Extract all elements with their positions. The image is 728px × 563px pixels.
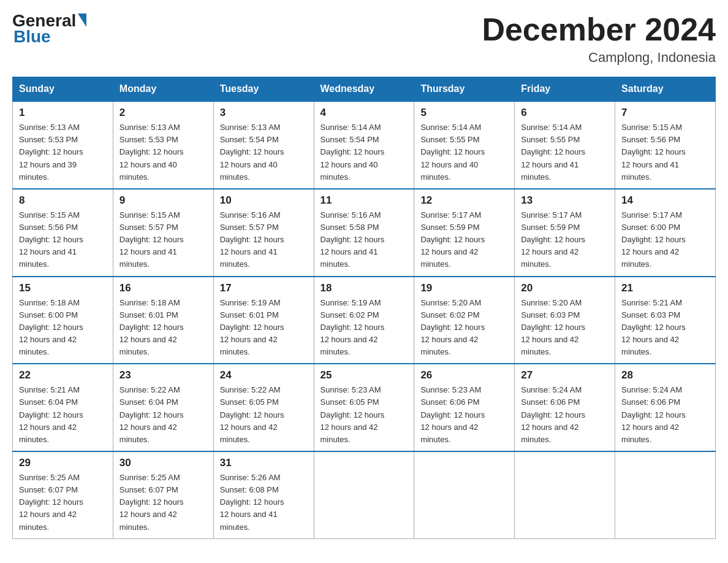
day-info: Sunrise: 5:14 AMSunset: 5:54 PMDaylight:…: [320, 121, 408, 183]
day-number: 26: [420, 369, 508, 381]
calendar-cell: 19Sunrise: 5:20 AMSunset: 6:02 PMDayligh…: [414, 277, 515, 364]
logo-triangle-icon: [78, 13, 86, 27]
calendar-cell: 17Sunrise: 5:19 AMSunset: 6:01 PMDayligh…: [213, 277, 314, 364]
week-row-1: 1Sunrise: 5:13 AMSunset: 5:53 PMDaylight…: [13, 101, 716, 189]
calendar-header-saturday: Saturday: [615, 77, 716, 102]
day-number: 20: [521, 282, 609, 294]
calendar-cell: 23Sunrise: 5:22 AMSunset: 6:04 PMDayligh…: [113, 364, 213, 451]
day-info: Sunrise: 5:18 AMSunset: 6:01 PMDaylight:…: [119, 297, 207, 359]
day-info: Sunrise: 5:22 AMSunset: 6:04 PMDaylight:…: [119, 384, 207, 446]
day-info: Sunrise: 5:26 AMSunset: 6:08 PMDaylight:…: [220, 472, 308, 534]
day-number: 12: [420, 194, 508, 207]
calendar-cell: 15Sunrise: 5:18 AMSunset: 6:00 PMDayligh…: [13, 277, 113, 364]
day-info: Sunrise: 5:17 AMSunset: 5:59 PMDaylight:…: [420, 209, 508, 271]
day-info: Sunrise: 5:14 AMSunset: 5:55 PMDaylight:…: [521, 121, 609, 183]
calendar-cell: [314, 451, 414, 538]
day-number: 9: [119, 194, 207, 207]
day-number: 22: [19, 369, 107, 381]
day-number: 29: [19, 457, 107, 469]
day-info: Sunrise: 5:17 AMSunset: 6:00 PMDaylight:…: [621, 209, 709, 271]
day-info: Sunrise: 5:14 AMSunset: 5:55 PMDaylight:…: [420, 121, 508, 183]
day-number: 18: [320, 282, 408, 294]
calendar-cell: 5Sunrise: 5:14 AMSunset: 5:55 PMDaylight…: [414, 101, 515, 189]
calendar-header-wednesday: Wednesday: [314, 77, 414, 102]
calendar-cell: 25Sunrise: 5:23 AMSunset: 6:05 PMDayligh…: [314, 364, 414, 451]
day-info: Sunrise: 5:16 AMSunset: 5:58 PMDaylight:…: [320, 209, 408, 271]
calendar-cell: 8Sunrise: 5:15 AMSunset: 5:56 PMDaylight…: [13, 189, 113, 277]
day-number: 13: [521, 194, 609, 207]
day-info: Sunrise: 5:21 AMSunset: 6:03 PMDaylight:…: [621, 297, 709, 359]
calendar-header-tuesday: Tuesday: [213, 77, 314, 102]
calendar-cell: [615, 451, 716, 538]
day-number: 1: [19, 107, 107, 119]
day-info: Sunrise: 5:20 AMSunset: 6:03 PMDaylight:…: [521, 297, 609, 359]
calendar-cell: 10Sunrise: 5:16 AMSunset: 5:57 PMDayligh…: [213, 189, 314, 277]
day-number: 23: [119, 369, 207, 381]
day-info: Sunrise: 5:19 AMSunset: 6:01 PMDaylight:…: [220, 297, 308, 359]
calendar-table: SundayMondayTuesdayWednesdayThursdayFrid…: [12, 77, 716, 539]
day-info: Sunrise: 5:23 AMSunset: 6:06 PMDaylight:…: [420, 384, 508, 446]
calendar-cell: 4Sunrise: 5:14 AMSunset: 5:54 PMDaylight…: [314, 101, 414, 189]
day-number: 4: [320, 107, 408, 119]
calendar-cell: 27Sunrise: 5:24 AMSunset: 6:06 PMDayligh…: [515, 364, 615, 451]
day-number: 31: [220, 457, 308, 469]
calendar-cell: 7Sunrise: 5:15 AMSunset: 5:56 PMDaylight…: [615, 101, 716, 189]
calendar-cell: 26Sunrise: 5:23 AMSunset: 6:06 PMDayligh…: [414, 364, 515, 451]
calendar-header-friday: Friday: [515, 77, 615, 102]
day-number: 11: [320, 194, 408, 207]
day-info: Sunrise: 5:18 AMSunset: 6:00 PMDaylight:…: [19, 297, 107, 359]
week-row-4: 22Sunrise: 5:21 AMSunset: 6:04 PMDayligh…: [13, 364, 716, 451]
week-row-2: 8Sunrise: 5:15 AMSunset: 5:56 PMDaylight…: [13, 189, 716, 277]
calendar-header-sunday: Sunday: [13, 77, 113, 102]
day-number: 30: [119, 457, 207, 469]
day-info: Sunrise: 5:20 AMSunset: 6:02 PMDaylight:…: [420, 297, 508, 359]
day-info: Sunrise: 5:16 AMSunset: 5:57 PMDaylight:…: [220, 209, 308, 271]
calendar-cell: [414, 451, 515, 538]
calendar-cell: 22Sunrise: 5:21 AMSunset: 6:04 PMDayligh…: [13, 364, 113, 451]
day-number: 6: [521, 107, 609, 119]
day-info: Sunrise: 5:15 AMSunset: 5:56 PMDaylight:…: [621, 121, 709, 183]
day-info: Sunrise: 5:17 AMSunset: 5:59 PMDaylight:…: [521, 209, 609, 271]
day-number: 7: [621, 107, 709, 119]
calendar-header-monday: Monday: [113, 77, 213, 102]
calendar-cell: 1Sunrise: 5:13 AMSunset: 5:53 PMDaylight…: [13, 101, 113, 189]
calendar-cell: 24Sunrise: 5:22 AMSunset: 6:05 PMDayligh…: [213, 364, 314, 451]
calendar-cell: 13Sunrise: 5:17 AMSunset: 5:59 PMDayligh…: [515, 189, 615, 277]
calendar-cell: 9Sunrise: 5:15 AMSunset: 5:57 PMDaylight…: [113, 189, 213, 277]
day-info: Sunrise: 5:25 AMSunset: 6:07 PMDaylight:…: [119, 472, 207, 534]
week-row-3: 15Sunrise: 5:18 AMSunset: 6:00 PMDayligh…: [13, 277, 716, 364]
day-info: Sunrise: 5:22 AMSunset: 6:05 PMDaylight:…: [220, 384, 308, 446]
day-number: 24: [220, 369, 308, 381]
logo: General Blue: [12, 12, 86, 47]
calendar-cell: 29Sunrise: 5:25 AMSunset: 6:07 PMDayligh…: [13, 451, 113, 538]
calendar-cell: 21Sunrise: 5:21 AMSunset: 6:03 PMDayligh…: [615, 277, 716, 364]
calendar-cell: 3Sunrise: 5:13 AMSunset: 5:54 PMDaylight…: [213, 101, 314, 189]
calendar-cell: 18Sunrise: 5:19 AMSunset: 6:02 PMDayligh…: [314, 277, 414, 364]
calendar-cell: 11Sunrise: 5:16 AMSunset: 5:58 PMDayligh…: [314, 189, 414, 277]
day-info: Sunrise: 5:21 AMSunset: 6:04 PMDaylight:…: [19, 384, 107, 446]
day-info: Sunrise: 5:24 AMSunset: 6:06 PMDaylight:…: [621, 384, 709, 446]
calendar-cell: 28Sunrise: 5:24 AMSunset: 6:06 PMDayligh…: [615, 364, 716, 451]
day-info: Sunrise: 5:24 AMSunset: 6:06 PMDaylight:…: [521, 384, 609, 446]
day-number: 16: [119, 282, 207, 294]
day-number: 15: [19, 282, 107, 294]
day-number: 14: [621, 194, 709, 207]
day-info: Sunrise: 5:13 AMSunset: 5:53 PMDaylight:…: [19, 121, 107, 183]
page-title: December 2024: [482, 12, 716, 47]
calendar-header-thursday: Thursday: [414, 77, 515, 102]
logo-blue-text: Blue: [13, 27, 51, 47]
page-location: Camplong, Indonesia: [482, 50, 716, 66]
calendar-cell: 14Sunrise: 5:17 AMSunset: 6:00 PMDayligh…: [615, 189, 716, 277]
calendar-cell: 30Sunrise: 5:25 AMSunset: 6:07 PMDayligh…: [113, 451, 213, 538]
day-number: 19: [420, 282, 508, 294]
day-number: 25: [320, 369, 408, 381]
day-number: 27: [521, 369, 609, 381]
day-info: Sunrise: 5:15 AMSunset: 5:56 PMDaylight:…: [19, 209, 107, 271]
calendar-cell: 31Sunrise: 5:26 AMSunset: 6:08 PMDayligh…: [213, 451, 314, 538]
week-row-5: 29Sunrise: 5:25 AMSunset: 6:07 PMDayligh…: [13, 451, 716, 538]
title-block: December 2024 Camplong, Indonesia: [482, 12, 716, 66]
calendar-cell: [515, 451, 615, 538]
calendar-cell: 20Sunrise: 5:20 AMSunset: 6:03 PMDayligh…: [515, 277, 615, 364]
calendar-header-row: SundayMondayTuesdayWednesdayThursdayFrid…: [13, 77, 716, 102]
day-info: Sunrise: 5:13 AMSunset: 5:54 PMDaylight:…: [220, 121, 308, 183]
